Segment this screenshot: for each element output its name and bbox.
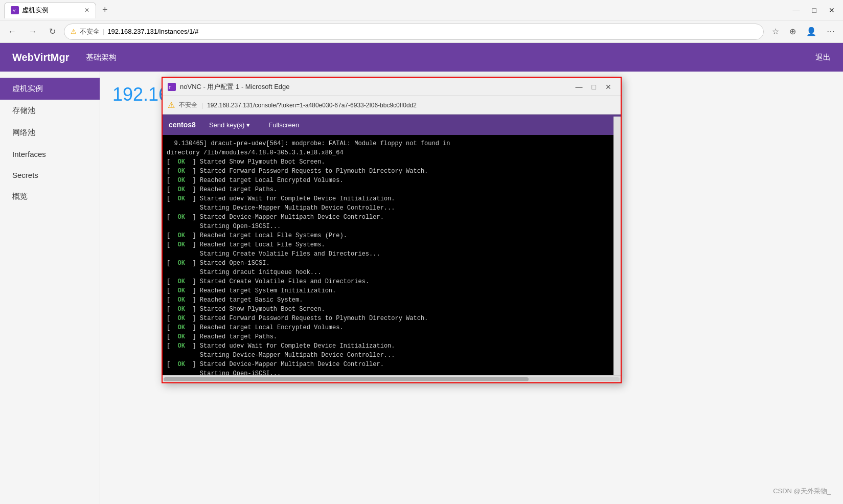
refresh-button[interactable]: ↻ xyxy=(45,25,60,38)
vnc-security-icon: ⚠ xyxy=(168,100,175,110)
vnc-os-label: centos8 xyxy=(169,121,196,129)
vnc-minimize-button[interactable]: — xyxy=(572,82,587,92)
logout-button[interactable]: 退出 xyxy=(815,53,831,62)
nav-infrastructure[interactable]: 基础架构 xyxy=(86,53,117,62)
sidebar-item-network[interactable]: 网络池 xyxy=(0,122,100,144)
vnc-titlebar: n noVNC - 用户配置 1 - Microsoft Edge — □ ✕ xyxy=(163,78,621,96)
toolbar-icons: ☆ ⊕ 👤 ⋯ xyxy=(768,25,839,38)
menu-icon[interactable]: ⋯ xyxy=(823,25,839,38)
vnc-maximize-button[interactable]: □ xyxy=(588,82,600,92)
tab-close-button[interactable]: ✕ xyxy=(84,7,89,14)
window-maximize-button[interactable]: □ xyxy=(808,4,821,16)
window-minimize-button[interactable]: — xyxy=(789,4,804,16)
back-button[interactable]: ← xyxy=(4,25,20,38)
vnc-window[interactable]: n noVNC - 用户配置 1 - Microsoft Edge — □ ✕ … xyxy=(162,77,622,383)
vnc-scrollbar-horizontal[interactable] xyxy=(163,375,621,382)
vnc-scroll-track xyxy=(164,377,620,381)
address-separator: | xyxy=(103,28,104,35)
top-nav: WebVirtMgr 基础架构 退出 xyxy=(0,43,843,72)
vnc-scrollbar-vertical[interactable] xyxy=(613,117,621,375)
vnc-close-button[interactable]: ✕ xyxy=(601,82,616,92)
address-text: 192.168.237.131/instances/1/# xyxy=(107,28,198,35)
security-label: 不安全 xyxy=(80,27,100,36)
tab-favicon: V xyxy=(11,6,19,14)
sidebar-item-storage[interactable]: 存储池 xyxy=(0,100,100,122)
vnc-fullscreen-button[interactable]: Fullscreen xyxy=(263,119,304,131)
sidebar: 虚机实例 存储池 网络池 Interfaces Secrets 概览 xyxy=(0,72,100,504)
browser-titlebar: V 虚机实例 ✕ + — □ ✕ xyxy=(0,0,843,20)
svg-text:V: V xyxy=(13,8,16,13)
address-bar[interactable]: ⚠ 不安全 | 192.168.237.131/instances/1/# xyxy=(64,24,764,40)
main-content: 192.168.2 n noVNC - 用户配置 1 - Microsoft E… xyxy=(100,72,843,504)
window-close-button[interactable]: ✕ xyxy=(825,4,839,16)
sidebar-item-secrets[interactable]: Secrets xyxy=(0,165,100,186)
window-controls: — □ ✕ xyxy=(789,4,839,16)
sidebar-item-instances[interactable]: 虚机实例 xyxy=(0,78,100,100)
svg-text:n: n xyxy=(169,84,172,90)
vnc-scroll-thumb xyxy=(164,377,529,381)
browser-tab[interactable]: V 虚机实例 ✕ xyxy=(4,2,96,18)
watermark: CSDN @天外采物_ xyxy=(773,487,831,496)
tab-title: 虚机实例 xyxy=(22,6,49,15)
new-tab-button[interactable]: + xyxy=(98,3,112,17)
content-area: 虚机实例 存储池 网络池 Interfaces Secrets 概览 192.1… xyxy=(0,72,843,504)
vnc-addressbar: ⚠ 不安全 | 192.168.237.131/console/?token=1… xyxy=(163,96,621,114)
terminal-output[interactable]: 9.130465] dracut-pre-udev[564]: modprobe… xyxy=(163,135,621,375)
vnc-window-controls: — □ ✕ xyxy=(572,82,616,92)
vnc-sendkeys-dropdown[interactable]: Send key(s) ▾ xyxy=(204,119,255,131)
app-container: WebVirtMgr 基础架构 退出 虚机实例 存储池 网络池 Interfac… xyxy=(0,43,843,504)
vnc-toolbar: centos8 Send key(s) ▾ Fullscreen xyxy=(163,114,621,135)
security-icon: ⚠ xyxy=(71,28,77,35)
browser-toolbar: ← → ↻ ⚠ 不安全 | 192.168.237.131/instances/… xyxy=(0,20,843,43)
profile-icon[interactable]: 👤 xyxy=(802,25,821,38)
vnc-address-separator: | xyxy=(201,102,203,109)
collections-icon[interactable]: ⊕ xyxy=(785,25,800,38)
favorites-icon[interactable]: ☆ xyxy=(768,25,783,38)
vnc-window-title: noVNC - 用户配置 1 - Microsoft Edge xyxy=(180,82,567,91)
sidebar-item-interfaces[interactable]: Interfaces xyxy=(0,144,100,165)
vnc-address-text: 192.168.237.131/console/?token=1-a480e03… xyxy=(207,102,417,109)
sidebar-item-overview[interactable]: 概览 xyxy=(0,186,100,208)
tab-bar: V 虚机实例 ✕ + xyxy=(4,2,785,18)
vnc-favicon: n xyxy=(168,83,176,91)
forward-button[interactable]: → xyxy=(25,25,41,38)
vnc-security-label: 不安全 xyxy=(179,101,197,109)
brand-label: WebVirtMgr xyxy=(12,52,70,63)
